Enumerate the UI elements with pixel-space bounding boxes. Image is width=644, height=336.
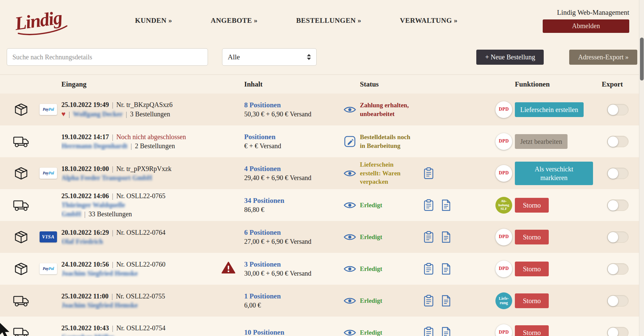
nav-item-3[interactable]: VERWALTUNG » [400, 16, 458, 25]
positions-link[interactable]: 34 Positionen [244, 196, 340, 205]
eye-icon[interactable] [340, 169, 360, 177]
positions-link[interactable]: 4 Positionen [244, 164, 340, 173]
action-button[interactable]: Lieferschein erstellen [515, 102, 584, 117]
action-button[interactable]: Storno [515, 325, 549, 336]
positions-link[interactable]: 3 Positionen [244, 260, 340, 269]
new-order-button[interactable]: + Neue Bestellung [476, 50, 544, 65]
action-button[interactable]: Storno [515, 230, 549, 244]
clipboard-icon[interactable] [424, 327, 434, 336]
info-line: 25.10.2022 14:06|Nr. OSLL22-0765 [61, 191, 224, 201]
filter-select[interactable]: Alle [222, 48, 317, 66]
positions-link[interactable]: 6 Positionen [244, 228, 340, 237]
order-meta: Nr. OSLL22-0754 [116, 324, 166, 332]
export-toggle[interactable] [607, 104, 629, 115]
status-text: Erledigt [360, 265, 424, 273]
nav-item-1[interactable]: ANGEBOTE » [211, 16, 258, 25]
content-cell: 1 Positionen6,00 € [244, 291, 340, 310]
customer-name-redacted[interactable]: Alpha Feeder Transport GmbH [61, 174, 152, 181]
clipboard-icon[interactable] [424, 167, 434, 179]
action-cell: Als verschickt markieren [515, 162, 602, 185]
export-cell [602, 295, 644, 306]
positions-link[interactable]: 1 Positionen [244, 291, 340, 301]
customer-name-redacted[interactable]: GmbH [61, 210, 81, 218]
truck-icon [7, 294, 35, 307]
export-toggle[interactable] [607, 295, 629, 306]
logout-button[interactable]: Abmelden [543, 19, 629, 33]
invoice-icon[interactable] [441, 295, 451, 307]
separator: | [68, 110, 70, 118]
clipboard-icon[interactable] [424, 263, 434, 275]
document-icons [424, 263, 461, 275]
nav-item-0[interactable]: KUNDEN » [135, 16, 172, 25]
export-toggle[interactable] [607, 168, 629, 179]
eye-icon[interactable] [340, 329, 360, 336]
info-line: GmbH|33 Bestellungen [61, 210, 224, 219]
clipboard-icon[interactable] [424, 231, 434, 243]
action-button[interactable]: Storno [515, 198, 549, 213]
customer-name-redacted[interactable]: Olaf Friedrich [61, 238, 103, 245]
select-arrows-icon [307, 54, 311, 60]
carrier-badge-line: DPD [499, 234, 509, 239]
nav-item-2[interactable]: BESTELLUNGEN » [296, 16, 361, 25]
separator: | [84, 210, 86, 218]
carrier-badge-line: DPD [499, 266, 509, 271]
eye-icon[interactable] [340, 265, 360, 273]
customer-name-redacted[interactable]: Wolfgang Decker [73, 110, 122, 118]
invoice-icon[interactable] [441, 263, 451, 275]
lindig-logo[interactable]: Lindig [13, 7, 63, 35]
order-meta: Nr. OSLL22-0755 [116, 292, 165, 300]
export-toggle[interactable] [607, 263, 629, 275]
customer-name-redacted[interactable]: Joachim Siegfried Hemske [61, 270, 138, 277]
positions-link[interactable]: Positionen [244, 132, 340, 142]
eye-icon[interactable] [340, 297, 360, 305]
separator: | [112, 192, 113, 200]
action-button[interactable]: Storno [515, 293, 549, 308]
export-cell [602, 136, 644, 147]
invoice-icon[interactable] [441, 231, 451, 243]
amount-text: 29,40 € + 6,90 € Versand [244, 173, 340, 182]
order-info: 19.10.2022 14:17|Noch nicht abgeschlosse… [61, 132, 244, 151]
toggle-knob [608, 296, 618, 306]
document-icons [424, 199, 461, 211]
invoice-icon[interactable] [441, 327, 451, 336]
invoice-icon[interactable] [441, 199, 451, 211]
eye-icon[interactable] [340, 201, 360, 209]
export-toggle[interactable] [607, 136, 629, 147]
order-row: VISA20.10.2022 16:29|Nr. OSLL22-0764Olaf… [0, 221, 644, 253]
export-toggle[interactable] [607, 231, 629, 243]
document-icons [424, 327, 461, 336]
customer-name-redacted[interactable]: Thüringer Waldquelle [61, 201, 125, 209]
eye-icon[interactable] [340, 233, 360, 241]
customer-name-redacted[interactable]: Herrmann Degenhardt [61, 142, 127, 150]
edit-icon[interactable] [340, 136, 360, 147]
positions-link[interactable]: 10 Positionen [244, 328, 340, 336]
action-cell: Storno [515, 198, 602, 213]
separator: | [112, 133, 113, 141]
action-button[interactable]: Storno [515, 262, 549, 276]
scrollbar-thumb[interactable] [640, 38, 644, 80]
info-line: 20.10.2022 16:29|Nr. OSLL22-0764 [61, 228, 224, 237]
package-icon [7, 230, 35, 244]
address-export-button[interactable]: Adressen-Export » [569, 50, 637, 65]
info-line: 25.10.2022 19:49|Nr. tr_BKzpQASxz6 [61, 100, 224, 109]
action-button[interactable]: Als verschickt markieren [515, 162, 593, 185]
carrier-cell: DPD [461, 101, 515, 118]
clipboard-icon[interactable] [424, 295, 434, 307]
order-date: 24.10.2022 10:56 [61, 261, 109, 268]
top-header: Lindig KUNDEN »ANGEBOTE »BESTELLUNGEN »V… [0, 0, 644, 41]
export-toggle[interactable] [607, 200, 629, 211]
positions-link[interactable]: 8 Positionen [244, 100, 340, 110]
export-toggle[interactable] [607, 327, 629, 336]
customer-name-redacted[interactable]: Gartenbau Müller [61, 333, 114, 336]
eye-icon[interactable] [340, 106, 360, 114]
action-button[interactable]: Jetzt bearbeiten [515, 134, 568, 149]
info-line: 18.10.2022 10:00|Nr. tr_pPX9RpVxzk [61, 164, 224, 173]
clipboard-icon[interactable] [424, 199, 434, 211]
customer-name-redacted[interactable]: Joachim Siegfried Hemske [61, 301, 138, 309]
order-row: 19.10.2022 14:17|Noch nicht abgeschlosse… [0, 125, 644, 157]
search-input[interactable] [7, 48, 208, 66]
vertical-scrollbar[interactable] [639, 0, 644, 336]
carrier-cell: Liefe-rung [461, 292, 515, 309]
order-info: 20.10.2022 16:29|Nr. OSLL22-0764Olaf Fri… [61, 228, 244, 246]
amount-text: 86,80 € [244, 205, 340, 214]
